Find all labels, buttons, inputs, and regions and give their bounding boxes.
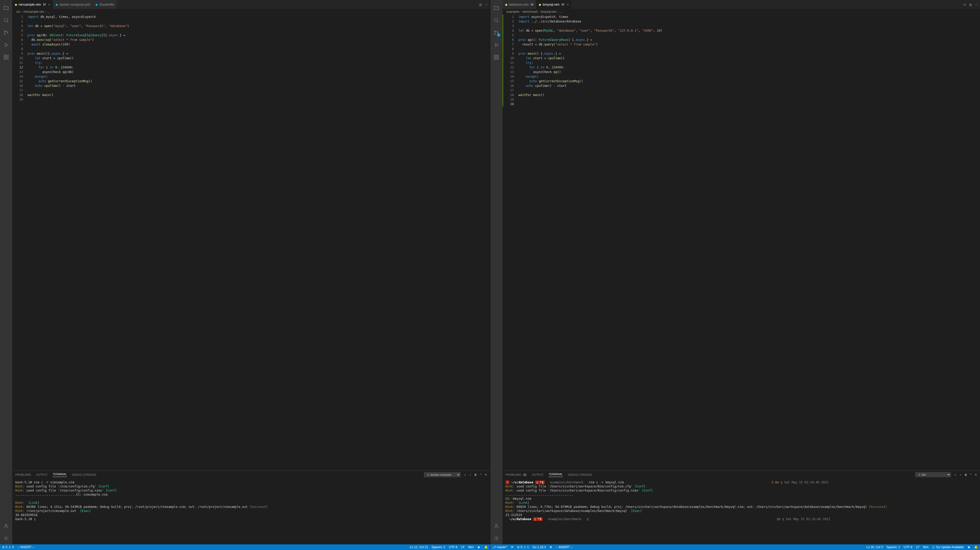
panel-tab-terminal[interactable]: TERMINAL	[52, 473, 67, 477]
editor-right[interactable]: 1234567891011121314151617181920 import a…	[503, 14, 980, 470]
search-icon[interactable]	[0, 14, 12, 27]
terminal-left[interactable]: bash-5.1# nim c -r nimsample.nim Hint: u…	[12, 479, 490, 544]
status-eol[interactable]: LF	[461, 545, 465, 549]
status-encoding[interactable]: UTF-8	[449, 545, 458, 549]
new-terminal-icon[interactable]: ＋	[954, 473, 957, 477]
status-bell-icon[interactable]: 🔔	[974, 545, 978, 549]
status-eol[interactable]: LF	[916, 545, 920, 549]
panel-tab-problems[interactable]: PROBLEMS	[15, 473, 31, 476]
status-branch[interactable]: ⎇ master*	[492, 545, 508, 549]
status-position[interactable]: Ln 12, Col 21	[410, 545, 428, 549]
svg-point-11	[494, 31, 495, 32]
modified-indicator: M	[531, 3, 534, 6]
minimap[interactable]	[959, 14, 980, 470]
svg-rect-15	[496, 55, 498, 57]
panel-tab-terminal[interactable]: TERMINAL	[549, 473, 563, 477]
panel-tab-output[interactable]: OUTPUT	[532, 473, 543, 476]
more-icon[interactable]: ⋯	[485, 3, 488, 6]
terminal-right[interactable]: ! ~/w/database ▯ *$ examples/benchmark n…	[503, 479, 980, 544]
new-terminal-icon[interactable]: ＋	[464, 473, 466, 477]
panel-tab-problems[interactable]: PROBLEMS 1	[506, 473, 527, 476]
status-feedback-icon[interactable]: ☻	[967, 545, 970, 549]
kill-terminal-icon[interactable]: 🗑	[474, 473, 477, 476]
panel-right: PROBLEMS 1OUTPUTTERMINALDEBUG CONSOLE 1:…	[503, 470, 980, 544]
tab-docker-compose-yml[interactable]: ◆docker-compose.yml	[53, 0, 93, 9]
status-language[interactable]: Nim	[923, 545, 928, 549]
compare-icon[interactable]: ⇄	[963, 3, 966, 6]
close-panel-icon[interactable]: ✕	[975, 473, 977, 477]
status-go[interactable]: Go 1.16.3	[532, 545, 546, 549]
run-debug-icon[interactable]	[0, 39, 12, 51]
modified-indicator: M	[43, 3, 46, 6]
status-indent[interactable]: Spaces: 2	[431, 545, 445, 549]
svg-point-8	[5, 524, 7, 526]
file-icon: ◆	[505, 3, 508, 6]
close-tab-icon[interactable]: ×	[48, 3, 50, 6]
tab-database-nim[interactable]: ◆database.nimM	[503, 0, 536, 9]
panel-tab-output[interactable]: OUTPUT	[36, 473, 48, 476]
explorer-icon[interactable]	[490, 2, 503, 14]
svg-rect-14	[494, 55, 496, 57]
svg-point-19	[496, 537, 497, 539]
close-panel-icon[interactable]: ✕	[485, 473, 487, 477]
account-icon[interactable]	[0, 520, 12, 532]
breadcrumb-right[interactable]: examples›benchmark›bmysql.nim›...	[503, 9, 980, 14]
extensions-icon[interactable]	[490, 51, 503, 63]
split-terminal-icon[interactable]: ⫞	[469, 473, 471, 476]
split-terminal-icon[interactable]: ⫞	[960, 473, 961, 476]
breadcrumb-segment[interactable]: bmysql.nim	[541, 10, 556, 14]
split-editor-icon[interactable]: ▥	[479, 3, 482, 6]
search-icon[interactable]	[490, 14, 503, 27]
minimap[interactable]	[469, 14, 490, 470]
status-position[interactable]: Ln 20, Col 3	[866, 545, 883, 549]
status-encoding[interactable]: UTF-8	[904, 545, 912, 549]
status-bell-icon[interactable]: 🔔	[484, 545, 488, 549]
maximize-panel-icon[interactable]: ^	[480, 473, 481, 476]
status-feedback-icon[interactable]: ☻	[477, 545, 480, 549]
svg-point-1	[4, 31, 5, 32]
more-icon[interactable]: ⋯	[975, 3, 978, 6]
tab-bmysql-nim[interactable]: ◆bmysql.nimM×	[536, 0, 572, 9]
svg-rect-16	[494, 58, 496, 59]
split-editor-icon[interactable]: ▥	[969, 3, 972, 6]
kill-terminal-icon[interactable]: 🗑	[964, 473, 967, 476]
tab-nimsample-nim[interactable]: ◆nimsample.nimM×	[12, 0, 53, 9]
tab-label: docker-compose.yml	[59, 3, 90, 6]
source-control-icon[interactable]	[0, 27, 12, 39]
breadcrumb-segment[interactable]: src	[16, 10, 21, 14]
status-bar-left: ⊘ 0 ⚠ 0 -- INSERT -- Ln 12, Col 21 Space…	[0, 544, 490, 550]
explorer-icon[interactable]	[0, 2, 12, 14]
modified-indicator: M	[562, 3, 564, 6]
status-update[interactable]: ⚠ Go Update Available	[932, 545, 964, 549]
activity-bar-left	[0, 0, 12, 544]
status-bar-right: ⎇ master* ⟳ ⊘ 0 ⚠ 1 Go 1.16.3 ⚙ -- INSER…	[490, 544, 980, 550]
run-debug-icon[interactable]	[490, 39, 503, 51]
breadcrumb-segment[interactable]: nimsample.nim	[24, 10, 44, 14]
account-icon[interactable]	[490, 520, 503, 532]
breadcrumb-segment[interactable]: ...	[47, 10, 50, 14]
terminal-selector[interactable]: 1: docker-compose	[424, 472, 461, 477]
status-indent[interactable]: Spaces: 2	[886, 545, 900, 549]
editor-left[interactable]: 12345678910111213141516171819 import db_…	[12, 14, 490, 470]
panel-tab-debug-console[interactable]: DEBUG CONSOLE	[72, 473, 97, 476]
status-go-tools-icon[interactable]: ⚙	[549, 545, 552, 549]
settings-icon[interactable]	[490, 532, 503, 544]
breadcrumb-left[interactable]: src›nimsample.nim›...	[12, 9, 490, 14]
source-control-icon[interactable]: 3	[490, 27, 503, 39]
status-errors[interactable]: ⊘ 0 ⚠ 1	[517, 545, 529, 549]
maximize-panel-icon[interactable]: ^	[970, 473, 972, 476]
breadcrumb-segment[interactable]: benchmark	[523, 10, 538, 14]
close-tab-icon[interactable]: ×	[567, 3, 569, 6]
tab-label: database.nim	[509, 3, 529, 6]
extensions-icon[interactable]	[0, 51, 12, 63]
status-sync-icon[interactable]: ⟳	[511, 545, 514, 549]
tab-Dockerfile[interactable]: ◆Dockerfile	[93, 0, 117, 9]
settings-icon[interactable]	[0, 532, 12, 544]
breadcrumb-segment[interactable]: ...	[559, 10, 562, 14]
panel-tab-debug-console[interactable]: DEBUG CONSOLE	[568, 473, 592, 476]
status-errors[interactable]: ⊘ 0 ⚠ 0	[2, 545, 14, 549]
breadcrumb-segment[interactable]: examples	[507, 10, 520, 14]
svg-rect-5	[6, 55, 8, 57]
status-language[interactable]: Nim	[468, 545, 474, 549]
terminal-selector[interactable]: 1: fish	[915, 472, 951, 477]
